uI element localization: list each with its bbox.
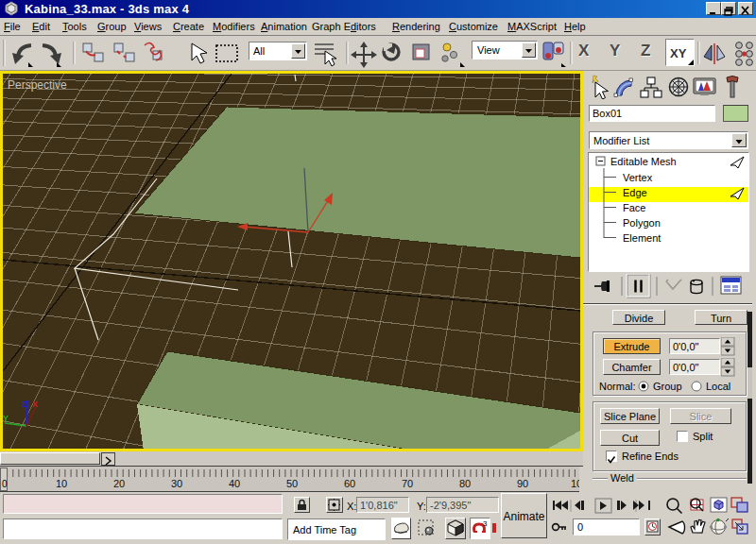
svg-text:Z: Z <box>22 400 27 409</box>
svg-text:Editable Mesh: Editable Mesh <box>610 156 677 167</box>
svg-text:3: 3 <box>483 519 488 528</box>
svg-text:Element: Element <box>623 232 661 244</box>
svg-text:Face: Face <box>623 202 645 213</box>
svg-text:Polygon: Polygon <box>623 217 661 229</box>
svg-text:30: 30 <box>171 478 182 489</box>
svg-text:Edge: Edge <box>623 187 647 198</box>
svg-text:60: 60 <box>344 478 355 489</box>
svg-text:20: 20 <box>113 478 125 489</box>
svg-text:Vertex: Vertex <box>623 172 653 183</box>
svg-text:40: 40 <box>229 478 240 489</box>
svg-text:Y: Y <box>3 414 9 423</box>
svg-text:70: 70 <box>402 478 413 489</box>
svg-text:90: 90 <box>517 478 528 489</box>
svg-text:10: 10 <box>571 478 579 489</box>
svg-text:80: 80 <box>459 478 471 489</box>
svg-text:50: 50 <box>286 478 298 489</box>
svg-text:10: 10 <box>56 478 67 489</box>
svg-text:X: X <box>32 400 38 409</box>
svg-text:Perspective: Perspective <box>8 78 67 92</box>
